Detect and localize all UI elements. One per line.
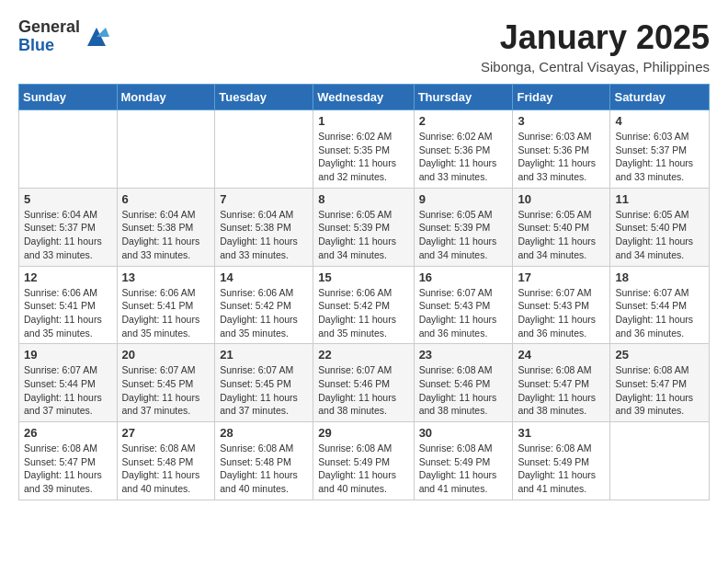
day-info: Sunrise: 6:07 AM Sunset: 5:43 PM Dayligh… bbox=[518, 286, 605, 340]
calendar-cell bbox=[215, 110, 313, 189]
day-number: 8 bbox=[318, 192, 408, 206]
day-number: 31 bbox=[518, 426, 605, 440]
day-number: 17 bbox=[518, 270, 605, 284]
calendar-cell: 11Sunrise: 6:05 AM Sunset: 5:40 PM Dayli… bbox=[610, 188, 710, 266]
day-info: Sunrise: 6:07 AM Sunset: 5:46 PM Dayligh… bbox=[318, 363, 408, 418]
logo: General Blue bbox=[18, 18, 109, 55]
day-number: 19 bbox=[24, 348, 112, 362]
calendar-cell: 13Sunrise: 6:06 AM Sunset: 5:41 PM Dayli… bbox=[117, 266, 215, 344]
day-info: Sunrise: 6:08 AM Sunset: 5:48 PM Dayligh… bbox=[122, 442, 210, 496]
weekday-header-row: SundayMondayTuesdayWednesdayThursdayFrid… bbox=[19, 85, 710, 110]
calendar-cell: 27Sunrise: 6:08 AM Sunset: 5:48 PM Dayli… bbox=[117, 422, 215, 500]
day-info: Sunrise: 6:06 AM Sunset: 5:41 PM Dayligh… bbox=[24, 286, 112, 340]
day-info: Sunrise: 6:08 AM Sunset: 5:49 PM Dayligh… bbox=[318, 442, 408, 496]
day-info: Sunrise: 6:08 AM Sunset: 5:49 PM Dayligh… bbox=[419, 442, 508, 496]
weekday-header-monday: Monday bbox=[117, 85, 215, 110]
day-number: 23 bbox=[419, 348, 508, 362]
calendar-cell: 25Sunrise: 6:08 AM Sunset: 5:47 PM Dayli… bbox=[610, 344, 710, 422]
day-info: Sunrise: 6:06 AM Sunset: 5:42 PM Dayligh… bbox=[318, 286, 408, 340]
calendar-cell: 18Sunrise: 6:07 AM Sunset: 5:44 PM Dayli… bbox=[610, 266, 710, 344]
day-info: Sunrise: 6:04 AM Sunset: 5:37 PM Dayligh… bbox=[24, 208, 112, 262]
calendar-table: SundayMondayTuesdayWednesdayThursdayFrid… bbox=[18, 84, 710, 500]
calendar-cell: 1Sunrise: 6:02 AM Sunset: 5:35 PM Daylig… bbox=[313, 110, 414, 189]
day-number: 22 bbox=[318, 348, 408, 362]
day-info: Sunrise: 6:03 AM Sunset: 5:36 PM Dayligh… bbox=[518, 130, 605, 184]
day-info: Sunrise: 6:08 AM Sunset: 5:48 PM Dayligh… bbox=[220, 442, 308, 496]
day-info: Sunrise: 6:06 AM Sunset: 5:41 PM Dayligh… bbox=[122, 286, 210, 340]
day-info: Sunrise: 6:07 AM Sunset: 5:44 PM Dayligh… bbox=[24, 363, 112, 418]
calendar-cell bbox=[19, 110, 118, 189]
calendar-cell: 19Sunrise: 6:07 AM Sunset: 5:44 PM Dayli… bbox=[19, 344, 118, 422]
calendar-cell: 29Sunrise: 6:08 AM Sunset: 5:49 PM Dayli… bbox=[313, 422, 414, 500]
day-number: 3 bbox=[518, 114, 605, 128]
logo-blue-text: Blue bbox=[18, 37, 80, 55]
day-number: 25 bbox=[615, 348, 704, 362]
day-number: 16 bbox=[419, 270, 508, 284]
weekday-header-wednesday: Wednesday bbox=[313, 85, 414, 110]
day-number: 18 bbox=[615, 270, 704, 284]
day-number: 1 bbox=[318, 114, 408, 128]
calendar-cell: 15Sunrise: 6:06 AM Sunset: 5:42 PM Dayli… bbox=[313, 266, 414, 344]
weekday-header-friday: Friday bbox=[513, 85, 610, 110]
day-number: 4 bbox=[615, 114, 704, 128]
calendar-cell: 7Sunrise: 6:04 AM Sunset: 5:38 PM Daylig… bbox=[215, 188, 313, 266]
day-number: 27 bbox=[122, 426, 210, 440]
day-number: 14 bbox=[220, 270, 308, 284]
calendar-cell: 31Sunrise: 6:08 AM Sunset: 5:49 PM Dayli… bbox=[513, 422, 610, 500]
calendar-cell: 23Sunrise: 6:08 AM Sunset: 5:46 PM Dayli… bbox=[414, 344, 513, 422]
day-info: Sunrise: 6:07 AM Sunset: 5:45 PM Dayligh… bbox=[122, 363, 210, 418]
day-info: Sunrise: 6:04 AM Sunset: 5:38 PM Dayligh… bbox=[122, 208, 210, 262]
day-info: Sunrise: 6:05 AM Sunset: 5:40 PM Dayligh… bbox=[615, 208, 704, 262]
day-info: Sunrise: 6:05 AM Sunset: 5:39 PM Dayligh… bbox=[318, 208, 408, 262]
calendar-cell: 20Sunrise: 6:07 AM Sunset: 5:45 PM Dayli… bbox=[117, 344, 215, 422]
calendar-cell: 16Sunrise: 6:07 AM Sunset: 5:43 PM Dayli… bbox=[414, 266, 513, 344]
day-info: Sunrise: 6:08 AM Sunset: 5:47 PM Dayligh… bbox=[518, 363, 605, 418]
calendar-cell: 28Sunrise: 6:08 AM Sunset: 5:48 PM Dayli… bbox=[215, 422, 313, 500]
day-number: 10 bbox=[518, 192, 605, 206]
calendar-week-row: 26Sunrise: 6:08 AM Sunset: 5:47 PM Dayli… bbox=[19, 422, 710, 500]
calendar-cell: 24Sunrise: 6:08 AM Sunset: 5:47 PM Dayli… bbox=[513, 344, 610, 422]
day-info: Sunrise: 6:02 AM Sunset: 5:35 PM Dayligh… bbox=[318, 130, 408, 184]
calendar-cell: 4Sunrise: 6:03 AM Sunset: 5:37 PM Daylig… bbox=[610, 110, 710, 189]
day-number: 30 bbox=[419, 426, 508, 440]
day-info: Sunrise: 6:07 AM Sunset: 5:45 PM Dayligh… bbox=[220, 363, 308, 418]
calendar-cell: 26Sunrise: 6:08 AM Sunset: 5:47 PM Dayli… bbox=[19, 422, 118, 500]
calendar-cell: 22Sunrise: 6:07 AM Sunset: 5:46 PM Dayli… bbox=[313, 344, 414, 422]
weekday-header-sunday: Sunday bbox=[19, 85, 118, 110]
calendar-week-row: 1Sunrise: 6:02 AM Sunset: 5:35 PM Daylig… bbox=[19, 110, 710, 189]
day-info: Sunrise: 6:06 AM Sunset: 5:42 PM Dayligh… bbox=[220, 286, 308, 340]
day-number: 5 bbox=[24, 192, 112, 206]
day-number: 29 bbox=[318, 426, 408, 440]
calendar-cell: 5Sunrise: 6:04 AM Sunset: 5:37 PM Daylig… bbox=[19, 188, 118, 266]
weekday-header-saturday: Saturday bbox=[610, 85, 710, 110]
day-number: 6 bbox=[122, 192, 210, 206]
day-info: Sunrise: 6:08 AM Sunset: 5:47 PM Dayligh… bbox=[24, 442, 112, 496]
day-number: 26 bbox=[24, 426, 112, 440]
day-number: 2 bbox=[419, 114, 508, 128]
calendar-cell: 3Sunrise: 6:03 AM Sunset: 5:36 PM Daylig… bbox=[513, 110, 610, 189]
calendar-cell: 21Sunrise: 6:07 AM Sunset: 5:45 PM Dayli… bbox=[215, 344, 313, 422]
weekday-header-tuesday: Tuesday bbox=[215, 85, 313, 110]
calendar-week-row: 12Sunrise: 6:06 AM Sunset: 5:41 PM Dayli… bbox=[19, 266, 710, 344]
weekday-header-thursday: Thursday bbox=[414, 85, 513, 110]
calendar-cell bbox=[117, 110, 215, 189]
day-number: 7 bbox=[220, 192, 308, 206]
calendar-cell: 14Sunrise: 6:06 AM Sunset: 5:42 PM Dayli… bbox=[215, 266, 313, 344]
calendar-week-row: 5Sunrise: 6:04 AM Sunset: 5:37 PM Daylig… bbox=[19, 188, 710, 266]
day-info: Sunrise: 6:08 AM Sunset: 5:46 PM Dayligh… bbox=[419, 363, 508, 418]
day-number: 9 bbox=[419, 192, 508, 206]
day-number: 15 bbox=[318, 270, 408, 284]
day-info: Sunrise: 6:07 AM Sunset: 5:43 PM Dayligh… bbox=[419, 286, 508, 340]
day-info: Sunrise: 6:05 AM Sunset: 5:40 PM Dayligh… bbox=[518, 208, 605, 262]
day-number: 13 bbox=[122, 270, 210, 284]
calendar-cell: 6Sunrise: 6:04 AM Sunset: 5:38 PM Daylig… bbox=[117, 188, 215, 266]
calendar-cell: 9Sunrise: 6:05 AM Sunset: 5:39 PM Daylig… bbox=[414, 188, 513, 266]
day-info: Sunrise: 6:02 AM Sunset: 5:36 PM Dayligh… bbox=[419, 130, 508, 184]
calendar-cell: 17Sunrise: 6:07 AM Sunset: 5:43 PM Dayli… bbox=[513, 266, 610, 344]
calendar-cell: 2Sunrise: 6:02 AM Sunset: 5:36 PM Daylig… bbox=[414, 110, 513, 189]
day-number: 21 bbox=[220, 348, 308, 362]
calendar-cell bbox=[610, 422, 710, 500]
day-info: Sunrise: 6:08 AM Sunset: 5:49 PM Dayligh… bbox=[518, 442, 605, 496]
logo-general-text: General bbox=[18, 18, 80, 37]
subtitle: Sibonga, Central Visayas, Philippines bbox=[481, 59, 710, 75]
